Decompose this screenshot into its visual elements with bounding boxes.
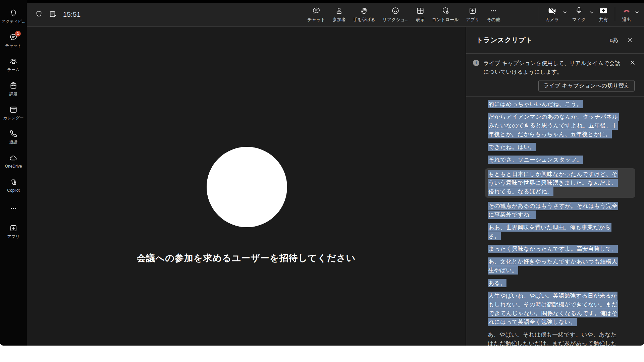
transcript-message[interactable]: その観点があるのはもうさすが。それはもう完全に事業外ですね。 [488, 202, 622, 219]
mic-button[interactable]: マイク [569, 3, 589, 26]
transcript-note-icon[interactable] [49, 10, 57, 19]
ellipsis-icon [9, 204, 18, 213]
calendar-icon [9, 105, 18, 114]
sidebar-item-apps[interactable]: アプリ [0, 220, 27, 243]
meeting-toolbar: 15:51 チャット 参加者 手を挙げる リアクショ... 表示 [27, 3, 644, 27]
cloud-icon [9, 154, 18, 163]
translate-icon[interactable]: aあ [609, 36, 619, 44]
chat-unread-badge: 1 [15, 31, 21, 37]
sidebar-item-label: 課題 [9, 91, 17, 97]
leave-chevron-icon[interactable] [635, 10, 639, 15]
transcript-message[interactable]: ああ、世界興味を置いた理由。俺も事業だからさ。 [488, 223, 622, 241]
close-banner-icon[interactable] [630, 60, 635, 65]
ellipsis-icon [489, 6, 498, 15]
share-button[interactable]: 共有 [595, 3, 611, 26]
sidebar-item-activity[interactable]: アクティビ... [0, 5, 27, 28]
transcript-list[interactable]: 的にはめっちゃいいんだね、こう。 だからアイアンマンのあのなんか、タッチパネルみ… [466, 97, 644, 346]
chat-icon [312, 6, 321, 15]
mic-chevron-icon[interactable] [589, 10, 594, 15]
transcript-header: トランスクリプト aあ [466, 27, 644, 54]
sidebar-item-copilot[interactable]: Copilot [0, 174, 27, 197]
sidebar-item-calls[interactable]: 通話 [0, 125, 27, 149]
sidebar-item-label: チーム [7, 67, 20, 73]
plus-square-icon [9, 224, 18, 233]
toolbar-separator [538, 7, 538, 21]
people-icon [9, 57, 18, 66]
sidebar-item-label: Copilot [7, 188, 19, 193]
share-screen-icon [599, 6, 608, 15]
transcript-message-focused[interactable]: もともと日本にしか興味なかったんですけど、そういう意味で世界に興味湧きました。な… [485, 168, 635, 198]
sidebar-item-label: カレンダー [3, 115, 23, 121]
meeting-stage: 会議への参加を求めるユーザーを招待してください [27, 27, 466, 346]
sidebar-item-label: 通話 [9, 139, 17, 145]
meeting-timer: 15:51 [63, 11, 81, 18]
leave-button[interactable]: 退出 [619, 3, 635, 26]
panel-title: トランスクリプト [476, 36, 533, 45]
window-top-edge [0, 0, 644, 3]
sidebar-item-calendar[interactable]: カレンダー [0, 101, 27, 125]
sidebar-item-label: アプリ [7, 234, 20, 240]
raise-hand-button[interactable]: 手を挙げる [350, 3, 379, 26]
transcript-message[interactable]: できたね。はい。 [488, 143, 622, 152]
camera-button[interactable]: カメラ [542, 3, 562, 26]
backpack-icon [9, 81, 18, 90]
person-icon [335, 6, 343, 15]
transcript-message[interactable]: 的にはめっちゃいいんだね、こう。 [488, 100, 622, 109]
transcript-message[interactable]: ある。 [488, 279, 622, 288]
control-button[interactable]: コントロール [428, 3, 463, 26]
plus-square-icon [468, 6, 477, 15]
close-panel-icon[interactable] [627, 38, 633, 43]
transcript-message[interactable]: まったく興味なかったんですよ。高安自発して。 [488, 245, 622, 253]
grid-icon [416, 6, 425, 15]
camera-chevron-icon[interactable] [562, 10, 567, 15]
info-icon: i [473, 60, 479, 66]
shield-icon[interactable] [35, 10, 43, 19]
sidebar-item-onedrive[interactable]: OneDrive [0, 149, 27, 173]
transcript-message[interactable]: 人生やばいね。やばい。英語勉強する日が来るかもしれない。その時は翻訳機ができてな… [488, 292, 622, 326]
sidebar-item-teams[interactable]: チーム [0, 53, 27, 76]
sidebar-item-assignments[interactable]: 課題 [0, 77, 27, 101]
camera-off-icon [548, 6, 556, 15]
toolbar-center-group: チャット 参加者 手を挙げる リアクショ... 表示 コントロール [304, 3, 504, 26]
view-button[interactable]: 表示 [412, 3, 428, 26]
participants-button[interactable]: 参加者 [329, 3, 350, 26]
invite-message: 会議への参加を求めるユーザーを招待してください [27, 252, 466, 264]
copilot-icon [9, 178, 18, 187]
chat-icon: 1 [9, 33, 18, 42]
toolbar-separator [615, 7, 615, 21]
phone-icon [9, 129, 18, 138]
teams-meeting-window: アクティビ... 1 チャット チーム 課題 カレンダー [0, 0, 644, 346]
transcript-message[interactable]: だからアイアンマンのあのなんか、タッチパネルみたいなのできると思うんですよね。五… [488, 113, 622, 139]
transcript-message[interactable]: あ、やばい。それは僕も一緒です。いや、あなたはただ勉強したいだけ。まだ糸があって… [488, 330, 622, 346]
app-rail: アクティビ... 1 チャット チーム 課題 カレンダー [0, 0, 27, 346]
participant-avatar [207, 147, 287, 227]
chat-button[interactable]: チャット [304, 3, 329, 26]
more-button[interactable]: その他 [483, 3, 504, 26]
toolbar-left-group: 15:51 [27, 3, 81, 26]
transcript-message[interactable]: あ、文化とか好きやったんですかあいつも結構人生やばい。 [488, 257, 622, 275]
toolbar-device-group: カメラ マイク 共有 退出 [535, 3, 641, 26]
switch-to-captions-button[interactable]: ライブ キャプションへの切り替え [538, 80, 635, 92]
transcript-panel: トランスクリプト aあ i ライブ キャプションを使用して、リアルタイムで会話に… [466, 27, 644, 346]
sidebar-item-label: OneDrive [5, 164, 22, 169]
sidebar-item-chat[interactable]: 1 チャット [0, 29, 27, 52]
sidebar-item-more[interactable] [0, 202, 27, 215]
shield-gear-icon [441, 6, 450, 15]
reactions-button[interactable]: リアクショ... [379, 3, 412, 26]
sidebar-item-label: チャット [5, 43, 21, 49]
sidebar-item-label: アクティビ... [1, 19, 25, 24]
hangup-icon [622, 6, 631, 15]
transcript-message[interactable]: それでさ、ソニーシュンスタッフ。 [488, 156, 622, 164]
mic-icon [575, 6, 583, 15]
apps-button[interactable]: アプリ [462, 3, 483, 26]
smiley-icon [391, 6, 400, 15]
bell-icon [9, 9, 18, 17]
hand-icon [360, 6, 369, 15]
banner-text: ライブ キャプションを使用して、リアルタイムで会話についていけるようにします。 [483, 59, 623, 76]
live-captions-banner: i ライブ キャプションを使用して、リアルタイムで会話についていけるようにします… [466, 54, 644, 97]
